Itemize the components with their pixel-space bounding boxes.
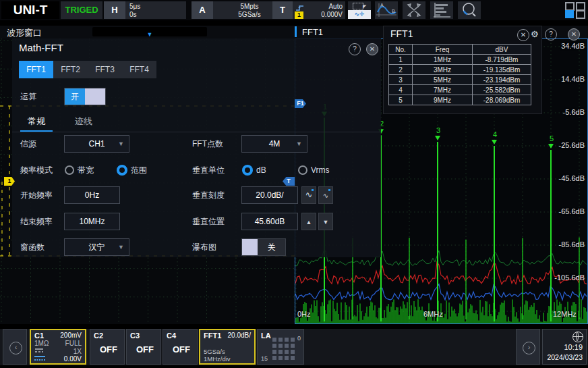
tab-waveform-window[interactable]: 波形窗口 xyxy=(7,27,42,39)
clock-time: 10:19 xyxy=(564,343,583,351)
tab-fft1[interactable]: FFT1 xyxy=(19,61,53,78)
tab-fft4[interactable]: FFT4 xyxy=(122,61,156,78)
scale-coarse-button[interactable]: ∿ xyxy=(301,186,316,204)
la-bit-cell xyxy=(291,356,295,360)
top-toolbar: UNI-T TRIGED H 5μs 0s A 5Mpts 5GSa/s T 1… xyxy=(0,0,588,20)
fft-points-value: 4M xyxy=(269,139,281,149)
la-bit-cell xyxy=(291,350,295,354)
magnifier-icon xyxy=(458,1,481,19)
la-bit-cell xyxy=(272,356,276,360)
radio-range[interactable] xyxy=(117,165,127,176)
selection-rect-icon xyxy=(353,3,363,9)
active-tab-accent xyxy=(295,26,297,37)
window-selector-dropdown[interactable]: ▼ xyxy=(92,27,207,36)
operation-toggle[interactable]: 开 xyxy=(64,88,106,105)
fft1-status-box[interactable]: FFT1 20.0dB/ 5GSa/s 1MHz/div xyxy=(199,329,256,365)
chevron-left-icon: ‹ xyxy=(9,342,22,354)
channel4-status-box[interactable]: C4 OFF xyxy=(163,329,198,365)
window-layout-button[interactable] xyxy=(565,1,585,19)
vertical-scale-field[interactable]: 20.0dB/ xyxy=(241,186,298,204)
cursor-arrow-icon: ◤ xyxy=(363,4,366,9)
la-bit-cell xyxy=(278,350,283,354)
fft-window-close-icon[interactable]: ✕ xyxy=(568,28,580,41)
clock-date: 2024/03/23 xyxy=(547,353,583,361)
subtab-trace[interactable]: 迹线 xyxy=(67,113,100,130)
radio-vrms-label: Vrms xyxy=(311,161,330,179)
trigger-settings-button[interactable]: T 1 Auto 0.000V xyxy=(272,1,345,19)
waterfall-toggle[interactable]: 关 xyxy=(241,238,286,256)
la-bit-cell xyxy=(291,338,295,342)
fft-window-help-icon[interactable]: ? xyxy=(545,28,557,41)
c4-name: C4 xyxy=(167,332,176,340)
channel1-status-box[interactable]: C1 200mV 1MΩ FULL 1X 0.00V xyxy=(30,329,86,365)
position-up-button[interactable]: ▲ xyxy=(301,213,316,230)
datetime-panel[interactable]: 10:19 2024/03/23 xyxy=(542,329,587,365)
waveform-move-tool-button[interactable]: ◤ ∿✛ xyxy=(348,1,371,19)
subtab-general[interactable]: 常规 xyxy=(20,113,53,132)
waterfall-label: 瀑布图 xyxy=(192,238,216,256)
channel3-status-box[interactable]: C3 OFF xyxy=(126,329,161,365)
fft1-measurement-panel: FFT1 ✕ ⚙ No. Freq dBV 11MHz-8.719dBm23MH… xyxy=(383,26,542,114)
freq-axis-label: 0Hz xyxy=(297,310,311,318)
la-bit-cell xyxy=(285,344,289,348)
table-row: 11MHz-8.719dBm xyxy=(389,55,531,65)
c4-state: OFF xyxy=(173,344,190,354)
radio-db[interactable] xyxy=(242,165,253,176)
chevron-right-icon: › xyxy=(523,342,535,354)
start-freq-field[interactable]: 0Hz xyxy=(64,186,120,204)
horizontal-settings-button[interactable]: H 5μs 0s xyxy=(104,1,186,19)
tab-fft1-window[interactable]: FFT1 xyxy=(302,27,323,37)
window-fn-dropdown[interactable]: 汉宁 ▼ xyxy=(64,238,129,256)
la-bit-grid xyxy=(272,338,297,362)
window-fn-value: 汉宁 xyxy=(89,242,105,252)
toggle-handle xyxy=(242,239,258,255)
source-dropdown[interactable]: CH1 ▼ xyxy=(64,135,129,153)
trigger-source-badge: 1 xyxy=(295,11,303,19)
table-row: 35MHz-23.194dBm xyxy=(389,75,531,85)
layout-pane-icon xyxy=(576,10,585,19)
histogram-tool-button[interactable] xyxy=(430,1,453,19)
vertical-position-field[interactable]: 45.60dB xyxy=(241,213,298,230)
fft-rate: 5GSa/s xyxy=(204,348,225,355)
la-bit-cell xyxy=(285,356,289,360)
la-bit-cell xyxy=(278,356,283,360)
radio-bandwidth[interactable] xyxy=(65,165,74,175)
tab-fft2[interactable]: FFT2 xyxy=(53,61,88,78)
end-freq-field[interactable]: 10MHz xyxy=(64,213,120,230)
window-fn-label: 窗函数 xyxy=(20,238,45,256)
channels-collapse-button[interactable]: ‹ xyxy=(3,329,27,365)
la-bit-cell xyxy=(272,344,276,348)
c1-name: C1 xyxy=(34,332,44,340)
search-tool-button[interactable] xyxy=(458,1,481,19)
end-freq-label: 结束频率 xyxy=(20,213,53,230)
cursor-measure-button[interactable]: AB xyxy=(375,1,398,19)
c2-state: OFF xyxy=(100,344,117,354)
position-down-button[interactable]: ▼ xyxy=(318,213,333,230)
fft-points-label: FFT点数 xyxy=(192,135,223,153)
svg-text:A: A xyxy=(380,3,384,7)
layout-pane-active-icon xyxy=(565,10,574,18)
channel2-status-box[interactable]: C2 OFF xyxy=(90,329,125,365)
chevron-down-icon: ▼ xyxy=(118,239,124,255)
panel-settings-gear-icon[interactable]: ⚙ xyxy=(531,29,539,39)
dialog-close-icon[interactable]: ✕ xyxy=(366,43,378,55)
radio-vrms[interactable] xyxy=(298,165,307,175)
chevron-down-icon: ▼ xyxy=(147,31,153,38)
dialog-help-icon[interactable]: ? xyxy=(349,43,361,55)
divider xyxy=(12,132,381,132)
source-value: CH1 xyxy=(88,139,105,149)
panel-title: FFT1 xyxy=(390,28,413,39)
tab-fft3[interactable]: FFT3 xyxy=(88,61,122,78)
la-status-box[interactable]: LA 0 15 xyxy=(257,329,304,365)
annotate-tool-button[interactable] xyxy=(403,1,425,19)
horizontal-label: H xyxy=(104,1,125,19)
scale-fine-button[interactable]: ∿ xyxy=(318,186,333,204)
c1-probe: 1X xyxy=(74,348,82,355)
la-bit-cell xyxy=(272,338,276,342)
bottom-status-bar: ‹ C1 200mV 1MΩ FULL 1X 0.00V C2 OFF xyxy=(0,329,588,365)
panel-close-icon[interactable]: ✕ xyxy=(517,29,529,41)
radio-bandwidth-label: 带宽 xyxy=(78,161,94,179)
vertical-position-label: 垂直位置 xyxy=(192,213,225,230)
fft-points-dropdown[interactable]: 4M ▼ xyxy=(241,135,307,153)
panels-expand-button[interactable]: › xyxy=(516,329,540,365)
